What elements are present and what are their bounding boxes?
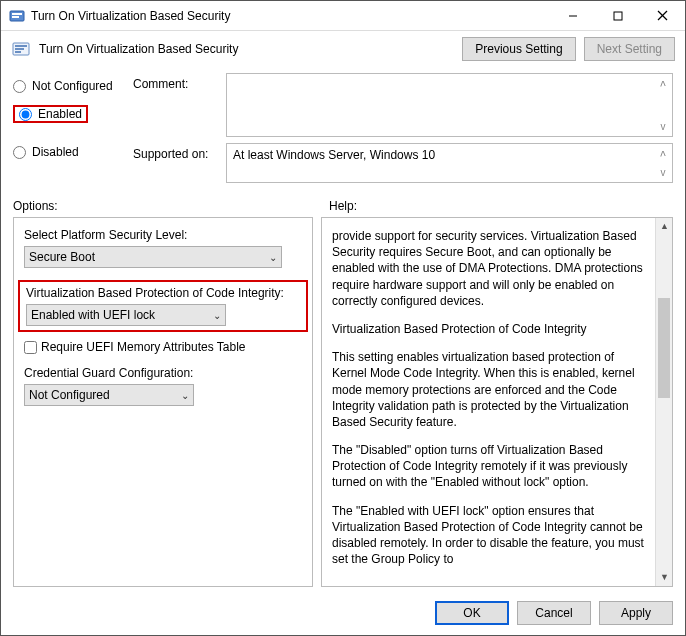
cancel-button[interactable]: Cancel bbox=[517, 601, 591, 625]
radio-not-configured[interactable]: Not Configured bbox=[13, 77, 133, 95]
radio-enabled-input[interactable] bbox=[19, 108, 32, 121]
ok-button[interactable]: OK bbox=[435, 601, 509, 625]
vbp-value: Enabled with UEFI lock bbox=[31, 308, 155, 322]
supported-scroll-down-icon[interactable]: v bbox=[656, 166, 670, 180]
credguard-label: Credential Guard Configuration: bbox=[24, 366, 302, 380]
close-button[interactable] bbox=[640, 1, 685, 31]
radio-disabled-input[interactable] bbox=[13, 146, 26, 159]
comment-scroll-down-icon[interactable]: v bbox=[656, 120, 670, 134]
radio-enabled-highlight: Enabled bbox=[13, 105, 88, 123]
maximize-button[interactable] bbox=[595, 1, 640, 31]
platform-value: Secure Boot bbox=[29, 250, 95, 264]
chevron-down-icon: ⌄ bbox=[213, 310, 221, 321]
help-text: provide support for security services. V… bbox=[332, 228, 652, 567]
scroll-down-icon[interactable]: ▼ bbox=[656, 569, 673, 586]
config-row: Not Configured Enabled Disabled Comment:… bbox=[1, 73, 685, 195]
options-panel: Select Platform Security Level: Secure B… bbox=[13, 217, 313, 587]
radio-not-configured-label: Not Configured bbox=[32, 79, 113, 93]
svg-rect-2 bbox=[12, 16, 19, 18]
scroll-thumb[interactable] bbox=[658, 298, 670, 398]
policy-icon bbox=[11, 39, 31, 59]
supported-value: At least Windows Server, Windows 10 bbox=[233, 148, 435, 162]
credguard-value: Not Configured bbox=[29, 388, 110, 402]
supported-field: At least Windows Server, Windows 10 ʌ v bbox=[226, 143, 673, 183]
help-panel: provide support for security services. V… bbox=[321, 217, 673, 587]
header-title: Turn On Virtualization Based Security bbox=[39, 42, 238, 56]
column-headers: Options: Help: bbox=[1, 195, 685, 215]
state-radios: Not Configured Enabled Disabled bbox=[13, 73, 133, 189]
platform-select[interactable]: Secure Boot ⌄ bbox=[24, 246, 282, 268]
next-setting-button[interactable]: Next Setting bbox=[584, 37, 675, 61]
comment-field[interactable]: ʌ v bbox=[226, 73, 673, 137]
uefi-checkbox-label: Require UEFI Memory Attributes Table bbox=[41, 340, 246, 354]
vbp-label: Virtualization Based Protection of Code … bbox=[26, 286, 300, 300]
help-p2: Virtualization Based Protection of Code … bbox=[332, 321, 652, 337]
options-header: Options: bbox=[13, 199, 321, 213]
app-icon bbox=[9, 8, 25, 24]
supported-scroll-up-icon[interactable]: ʌ bbox=[656, 146, 670, 160]
credguard-select[interactable]: Not Configured ⌄ bbox=[24, 384, 194, 406]
scroll-up-icon[interactable]: ▲ bbox=[656, 218, 673, 235]
comment-label: Comment: bbox=[133, 73, 218, 137]
radio-disabled-label: Disabled bbox=[32, 145, 79, 159]
titlebar: Turn On Virtualization Based Security bbox=[1, 1, 685, 31]
radio-not-configured-input[interactable] bbox=[13, 80, 26, 93]
panels: Select Platform Security Level: Secure B… bbox=[1, 215, 685, 593]
header-strip: Turn On Virtualization Based Security Pr… bbox=[1, 31, 685, 73]
gpo-window: Turn On Virtualization Based Security Tu… bbox=[0, 0, 686, 636]
help-p3: This setting enables virtualization base… bbox=[332, 349, 652, 430]
previous-setting-button[interactable]: Previous Setting bbox=[462, 37, 575, 61]
help-p1: provide support for security services. V… bbox=[332, 228, 652, 309]
svg-rect-8 bbox=[15, 45, 27, 47]
radio-enabled-label: Enabled bbox=[38, 107, 82, 121]
radio-enabled[interactable]: Enabled bbox=[19, 105, 82, 123]
chevron-down-icon: ⌄ bbox=[181, 390, 189, 401]
vbp-highlight: Virtualization Based Protection of Code … bbox=[18, 280, 308, 332]
chevron-down-icon: ⌄ bbox=[269, 252, 277, 263]
minimize-button[interactable] bbox=[550, 1, 595, 31]
platform-label: Select Platform Security Level: bbox=[24, 228, 302, 242]
help-p4: The "Disabled" option turns off Virtuali… bbox=[332, 442, 652, 491]
uefi-checkbox[interactable] bbox=[24, 341, 37, 354]
footer: OK Cancel Apply bbox=[1, 593, 685, 635]
svg-rect-9 bbox=[15, 48, 24, 50]
vbp-select[interactable]: Enabled with UEFI lock ⌄ bbox=[26, 304, 226, 326]
svg-rect-10 bbox=[15, 51, 21, 53]
svg-rect-1 bbox=[12, 13, 22, 15]
supported-label: Supported on: bbox=[133, 143, 218, 183]
help-header: Help: bbox=[329, 199, 673, 213]
help-scrollbar[interactable]: ▲ ▼ bbox=[655, 218, 672, 586]
uefi-checkbox-row[interactable]: Require UEFI Memory Attributes Table bbox=[24, 340, 302, 354]
help-p5: The "Enabled with UEFI lock" option ensu… bbox=[332, 503, 652, 568]
window-title: Turn On Virtualization Based Security bbox=[31, 9, 550, 23]
comment-scroll-up-icon[interactable]: ʌ bbox=[656, 76, 670, 90]
svg-rect-4 bbox=[614, 12, 622, 20]
radio-disabled[interactable]: Disabled bbox=[13, 143, 133, 161]
apply-button[interactable]: Apply bbox=[599, 601, 673, 625]
